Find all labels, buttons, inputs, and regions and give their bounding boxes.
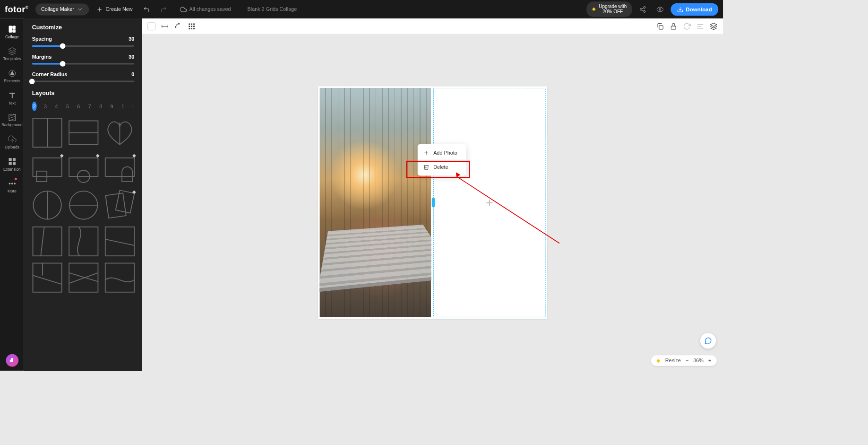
upgrade-button[interactable]: ◆ Upgrade with 20% OFF xyxy=(586,1,632,17)
layout-thumb[interactable]: ◆ xyxy=(104,190,135,221)
layout-thumb[interactable] xyxy=(104,226,135,257)
pattern-tool-icon[interactable] xyxy=(188,22,196,30)
layers-icon[interactable] xyxy=(710,22,718,30)
chevron-right-icon[interactable] xyxy=(131,104,134,109)
layout-thumb[interactable] xyxy=(32,262,62,293)
svg-rect-42 xyxy=(33,227,61,256)
svg-marker-12 xyxy=(9,48,16,52)
chevron-down-icon xyxy=(77,6,84,13)
layout-thumb[interactable] xyxy=(104,262,135,293)
gem-icon: ◆ xyxy=(60,153,63,158)
canvas-stage[interactable]: + xyxy=(142,34,723,370)
share-button[interactable] xyxy=(636,4,649,15)
svg-rect-63 xyxy=(191,26,192,27)
mode-selector[interactable]: Collage Maker xyxy=(35,3,89,15)
extension-icon xyxy=(8,157,16,166)
svg-point-7 xyxy=(659,9,661,10)
resize-handle[interactable] xyxy=(432,198,435,207)
chat-fab[interactable] xyxy=(700,333,716,349)
rail-extension[interactable]: Extension xyxy=(0,153,24,175)
svg-point-2 xyxy=(644,6,645,8)
svg-rect-69 xyxy=(671,26,676,29)
layout-thumb[interactable] xyxy=(68,262,99,293)
layout-tab-7[interactable]: 7 xyxy=(87,102,92,111)
svg-line-46 xyxy=(105,239,134,245)
layout-thumb[interactable] xyxy=(68,226,99,257)
redo-button[interactable] xyxy=(157,4,170,15)
zoom-in-button[interactable]: + xyxy=(708,358,711,363)
svg-rect-60 xyxy=(191,23,192,25)
collage-cell-2[interactable]: + xyxy=(433,88,545,317)
elements-icon xyxy=(8,69,16,78)
rail-more[interactable]: More xyxy=(0,175,24,198)
spacing-tool-icon[interactable] xyxy=(161,22,169,30)
doc-title[interactable]: Blank 2 Grids Collage xyxy=(248,6,297,12)
rail-collage[interactable]: Collage xyxy=(0,21,24,43)
svg-rect-66 xyxy=(191,28,192,29)
collage-frame[interactable]: + xyxy=(318,86,547,318)
cloud-icon xyxy=(180,6,187,13)
rail-uploads[interactable]: Uploads xyxy=(0,131,24,153)
layout-tab-8[interactable]: 8 xyxy=(98,102,103,111)
svg-rect-47 xyxy=(33,263,61,292)
layout-thumb[interactable] xyxy=(32,117,62,148)
preview-button[interactable] xyxy=(653,4,667,15)
layout-thumb[interactable]: ◆ xyxy=(104,154,135,184)
layout-tab-3[interactable]: 3 xyxy=(43,102,48,111)
svg-point-58 xyxy=(179,23,180,24)
svg-rect-62 xyxy=(189,26,190,27)
zoom-level[interactable]: 36% xyxy=(693,358,704,363)
layout-tab-4[interactable]: 4 xyxy=(54,102,59,111)
download-button[interactable]: Download xyxy=(671,3,719,16)
save-status: All changes saved xyxy=(177,4,234,15)
background-icon xyxy=(8,113,16,122)
layout-count-tabs: 2 3 4 5 6 7 8 9 1 xyxy=(32,102,134,111)
bg-color-button[interactable] xyxy=(147,22,155,30)
refresh-icon[interactable] xyxy=(683,22,691,30)
ctx-delete[interactable]: Delete xyxy=(418,160,466,174)
download-icon xyxy=(677,6,683,12)
gem-icon: ◆ xyxy=(592,7,595,12)
collage-cell-1[interactable] xyxy=(319,88,431,317)
undo-button[interactable] xyxy=(140,4,153,15)
layouts-title: Layouts xyxy=(32,89,134,96)
layout-tab-2[interactable]: 2 xyxy=(32,102,36,111)
layout-thumb[interactable] xyxy=(32,226,62,257)
layout-tab-9[interactable]: 9 xyxy=(109,102,114,111)
layout-tab-10[interactable]: 1 xyxy=(120,102,125,111)
rail-background[interactable]: Background xyxy=(0,109,24,131)
canvas-area: + Add Photo Delete ▲ ◆ Resize − 36% + xyxy=(142,18,723,371)
rail-text[interactable]: Text xyxy=(0,87,24,109)
rail-templates[interactable]: Templates xyxy=(0,43,24,65)
rail-elements[interactable]: Elements xyxy=(0,65,24,87)
svg-rect-11 xyxy=(12,29,15,32)
copy-icon[interactable] xyxy=(656,22,664,30)
layout-thumb[interactable] xyxy=(68,117,99,148)
resize-button[interactable]: Resize xyxy=(665,358,681,363)
layout-thumb[interactable] xyxy=(104,117,135,148)
svg-rect-33 xyxy=(69,158,98,176)
ctx-add-photo[interactable]: Add Photo xyxy=(418,146,466,160)
create-new-label: Create New xyxy=(105,6,132,12)
svg-point-25 xyxy=(14,183,15,184)
svg-rect-68 xyxy=(659,25,663,29)
layout-tab-5[interactable]: 5 xyxy=(65,102,70,111)
share-icon xyxy=(639,6,646,13)
layout-thumb[interactable]: ◆ xyxy=(68,154,99,184)
align-icon[interactable] xyxy=(696,22,705,30)
lock-icon[interactable] xyxy=(670,22,678,30)
layout-thumb[interactable] xyxy=(32,190,62,221)
svg-rect-59 xyxy=(189,23,190,25)
radius-slider[interactable]: Corner Radius0 xyxy=(32,72,134,82)
photo-image xyxy=(319,88,431,317)
layout-thumb[interactable]: ◆ xyxy=(32,154,62,184)
trash-icon xyxy=(423,164,429,170)
layout-thumb[interactable] xyxy=(68,190,99,221)
create-new-button[interactable]: Create New xyxy=(93,4,136,15)
zoom-out-button[interactable]: − xyxy=(686,358,688,363)
spacing-slider[interactable]: Spacing30 xyxy=(32,36,134,47)
radius-tool-icon[interactable] xyxy=(174,22,182,30)
layout-tab-6[interactable]: 6 xyxy=(76,102,81,111)
help-fab[interactable] xyxy=(6,354,18,367)
margins-slider[interactable]: Margins30 xyxy=(32,54,134,64)
